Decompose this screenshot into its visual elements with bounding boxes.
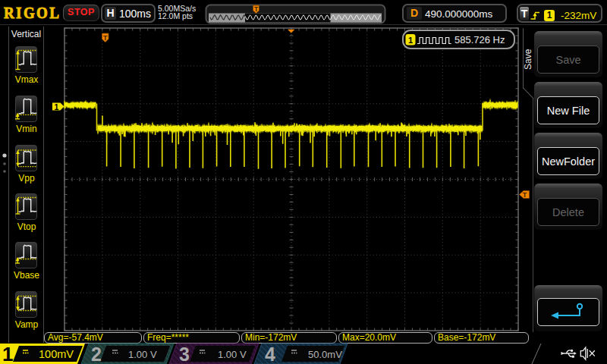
- svg-text:4: 4: [265, 344, 275, 364]
- svg-text:1.00 V: 1.00 V: [128, 349, 157, 360]
- svg-text:100mV: 100mV: [39, 348, 74, 360]
- svg-text:T: T: [523, 191, 527, 199]
- svg-text:1: 1: [2, 343, 13, 364]
- svg-text:1: 1: [408, 36, 413, 45]
- svg-text:T: T: [103, 34, 108, 42]
- svg-text:585.726 Hz: 585.726 Hz: [454, 34, 505, 46]
- svg-text:1.00 V: 1.00 V: [218, 349, 247, 360]
- svg-text:50.0mV: 50.0mV: [308, 349, 342, 360]
- svg-text:3: 3: [179, 344, 190, 364]
- svg-text:1: 1: [55, 102, 59, 111]
- svg-text:2: 2: [91, 344, 102, 364]
